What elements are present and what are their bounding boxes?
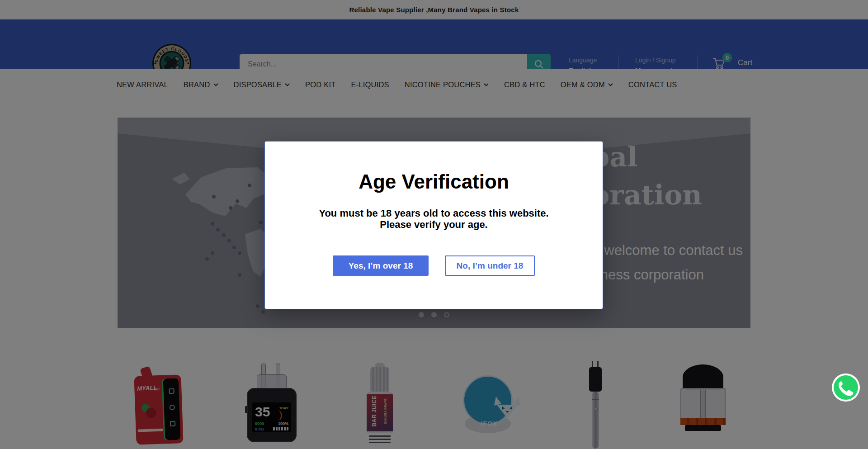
whatsapp-button[interactable] xyxy=(832,373,860,402)
modal-message-line2: Please verify your age. xyxy=(265,219,603,230)
confirm-over-18-button[interactable]: Yes, I’m over 18 xyxy=(333,255,429,276)
page: Reliable Vape Supplier ,Many Brand Vapes… xyxy=(0,0,868,449)
whatsapp-icon xyxy=(832,373,860,402)
modal-title: Age Verification xyxy=(265,170,603,193)
age-verification-modal: Age Verification You must be 18 years ol… xyxy=(264,141,603,309)
deny-under-18-button[interactable]: No, I’m under 18 xyxy=(445,255,535,276)
modal-message-line1: You must be 18 years old to access this … xyxy=(265,208,603,219)
